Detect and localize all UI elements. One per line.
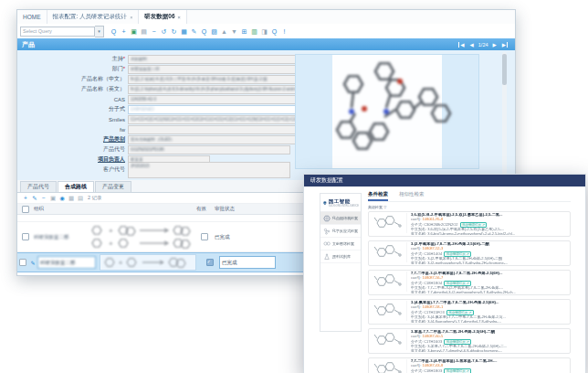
valid-checkbox[interactable] (206, 259, 214, 266)
field-input[interactable]: 1242056-42-3 (128, 95, 299, 104)
scrollbar-thumb[interactable] (502, 54, 507, 85)
tab-similarity-search[interactable]: 相似性检索 (399, 191, 425, 201)
target-icon[interactable]: ◉ (58, 195, 67, 202)
tab-bar: HOME 报表配置: 人员研发记录统计 × 研发数据06 × (17, 10, 515, 25)
field-input[interactable]: C43H32N2O (128, 105, 299, 114)
dialog-title-bar[interactable]: 研发数据配置 (304, 175, 585, 186)
cas-number-link[interactable]: 108087-56-7 (422, 275, 443, 280)
field-label: 主持 (112, 56, 123, 61)
tab-home[interactable]: HOME (17, 10, 47, 24)
list-item[interactable]: 3-(2-甲氧苯基)-7,8-二氢-2H-色烯-2,5(6H)-二酮 cas号:… (368, 240, 571, 266)
english-name-line: 英文名称: 3-(2-methoxyphenyl)-7,8-dihydro-2H… (411, 261, 567, 264)
package-icon[interactable]: ◨ (259, 27, 269, 36)
field-label: CAS (114, 97, 125, 102)
next-page-button[interactable]: ▶ (493, 42, 497, 48)
edit-icon[interactable]: ✎ (189, 27, 199, 36)
advanced-filter-toggle[interactable]: 高级检索 ▽ (368, 205, 571, 209)
cas-number-link[interactable]: 108087-52-3 (422, 246, 443, 250)
expand-icon[interactable]: ▼ (229, 27, 239, 36)
query-select[interactable]: Select Query (20, 27, 95, 37)
print-icon[interactable]: ▨ (209, 27, 219, 36)
find-icon[interactable]: Q (269, 27, 279, 36)
pagination: ◀ ◀ 1/24 ▶ ▶ (456, 42, 510, 48)
list-item[interactable]: 7,7-二甲基-3-(4-甲基苯基)-5-氢苯基-7,8-二氢-2H-... c… (368, 357, 571, 373)
first-page-button[interactable]: ◀ (458, 42, 464, 48)
edit-row-icon[interactable]: ✎ (30, 195, 39, 202)
undo-icon[interactable]: ↺ (159, 27, 169, 36)
add-row-icon[interactable]: + (21, 195, 30, 202)
tab-report-config[interactable]: 报表配置: 人员研发记录统计 × (47, 10, 140, 24)
cas-number-link[interactable]: 108061-95-8 (422, 217, 443, 221)
field-input[interactable]: 588.73 (128, 125, 320, 134)
field-input[interactable]: N-([1,1'-联苯]-4-基)-9,9-二甲基-N-(4-(9-苯基-9H-… (128, 75, 320, 84)
valid-checkbox[interactable] (201, 233, 208, 240)
prev-page-button[interactable]: ◀ (470, 42, 474, 48)
collapse-icon[interactable]: ▲ (219, 27, 229, 36)
field-input[interactable]: JH202015 (128, 162, 290, 178)
org-input[interactable]: 科研实验室二部 (37, 256, 96, 269)
field-value: GGZN2021PD196 (131, 147, 164, 152)
tab-rd-data[interactable]: 研发数据06 × (139, 10, 186, 24)
field-value: 光刻材料 (131, 57, 147, 61)
chevron-down-icon[interactable]: ▾ (95, 26, 104, 37)
tab-product-code[interactable]: 产品代号 (20, 181, 57, 192)
formula-line: 分子式: C17H15FO3 (411, 310, 445, 314)
add-icon[interactable]: + (119, 27, 129, 36)
save-icon[interactable]: ▤ (139, 27, 149, 36)
search-icon[interactable]: Q (109, 27, 119, 36)
select-all-checkbox[interactable] (22, 206, 29, 213)
field-input[interactable]: N-([1,1'-biphenyl]-4-yl)-9,9-dimethyl-N-… (128, 85, 320, 94)
form-field-row: 分子式 C43H32N2O (19, 105, 320, 113)
field-input[interactable]: 发光功能材料（OLED） (128, 135, 299, 144)
field-label: 分子式 (109, 106, 125, 112)
field-input[interactable]: GGZN2021PD196 (128, 145, 290, 155)
list-icon[interactable]: ▤ (76, 195, 85, 202)
field-input[interactable]: 光刻材料 (128, 55, 299, 64)
tab-synthesis-route[interactable]: 合成路线 (58, 181, 94, 192)
sidebar-item-reaction-search[interactable]: 化学反应式检索 (320, 225, 361, 238)
list-item[interactable]: 3-苯基-7,7-二甲基-7,8-二氢-2H-色烯-2,5(6H)-二酮 cas… (368, 328, 571, 354)
close-icon[interactable]: × (130, 15, 132, 20)
field-input[interactable]: 科研实验室二部 (128, 65, 299, 74)
field-label: 项目负责人 (98, 156, 125, 162)
delete-row-icon[interactable]: − (39, 195, 48, 202)
zoom-icon[interactable]: Q (199, 27, 209, 36)
cas-number-link[interactable]: 108087-60-5 (422, 334, 443, 338)
column-status[interactable]: 审批状态 (215, 206, 269, 212)
structure-thumbnail (372, 242, 407, 262)
row-checkbox[interactable] (22, 233, 29, 240)
tab-product-change[interactable]: 产品变更 (95, 181, 131, 192)
sidebar-item-reagent-library[interactable]: 原料试剂库 (320, 250, 361, 263)
field-input[interactable]: C1=CC=C(C=C1)N1C2=CC=CC=C2C2=C1C=CC(=C2)… (128, 115, 320, 124)
column-org[interactable]: 组织 (34, 206, 89, 212)
copy-row-icon[interactable]: ▣ (48, 195, 58, 202)
list-item[interactable]: 7,7-二甲基-3-(2-甲氧苯基)-7,8-二氢-2H-色烯-2,5(6H).… (368, 270, 571, 295)
layout-icon[interactable]: ▦ (67, 195, 76, 202)
list-item[interactable]: 3,6-双(5-溴-2-甲氧苯基)-2,5-双(2-氯苯乙基)-2,5-二氢..… (368, 211, 571, 237)
molecule-viewer[interactable] (295, 54, 479, 169)
row-checkbox[interactable] (19, 259, 26, 266)
remove-icon[interactable]: − (149, 27, 159, 36)
tab-condition-search[interactable]: 条件检索 (368, 191, 388, 201)
section-title: 产品 (22, 40, 35, 49)
main-toolbar: Select Query ▾ Q+▣▤−↺↻▦✎Q▨▲▼⊞▥◨Q! (17, 24, 515, 39)
sidebar-item-structure-search[interactable]: 化合物结构检索 (320, 212, 361, 225)
sidebar-item-literature-search[interactable]: 文献图谱检索 (320, 238, 361, 250)
edit-row-icon[interactable]: ✎ (28, 260, 37, 266)
cas-number-link[interactable]: 108087-58-1 (422, 304, 443, 309)
close-icon[interactable]: × (178, 15, 181, 20)
status-input[interactable]: 已完成 (219, 256, 276, 269)
column-valid[interactable]: 有效 (196, 206, 212, 212)
add-window-icon[interactable]: ⊞ (239, 27, 249, 36)
status-cell: 已完成 (215, 234, 269, 240)
chart-icon[interactable]: ▥ (249, 27, 259, 36)
list-item[interactable]: 3-(4-氟苯基)-7,7-二甲基-7,8-二氢-2H-色烯-2,5(6H)..… (368, 299, 571, 325)
last-page-button[interactable]: ▶ (502, 42, 508, 48)
grid-icon[interactable]: ▦ (179, 27, 189, 36)
search-tab-bar: 条件检索 相似性检索 (368, 191, 571, 202)
refresh-icon[interactable]: ↻ (169, 27, 179, 36)
cas-number-link[interactable]: 108087-63-8 (422, 363, 443, 368)
alert-icon[interactable]: ! (279, 27, 289, 36)
vertical-scrollbar[interactable] (502, 52, 507, 175)
copy-icon[interactable]: ▣ (129, 27, 139, 36)
